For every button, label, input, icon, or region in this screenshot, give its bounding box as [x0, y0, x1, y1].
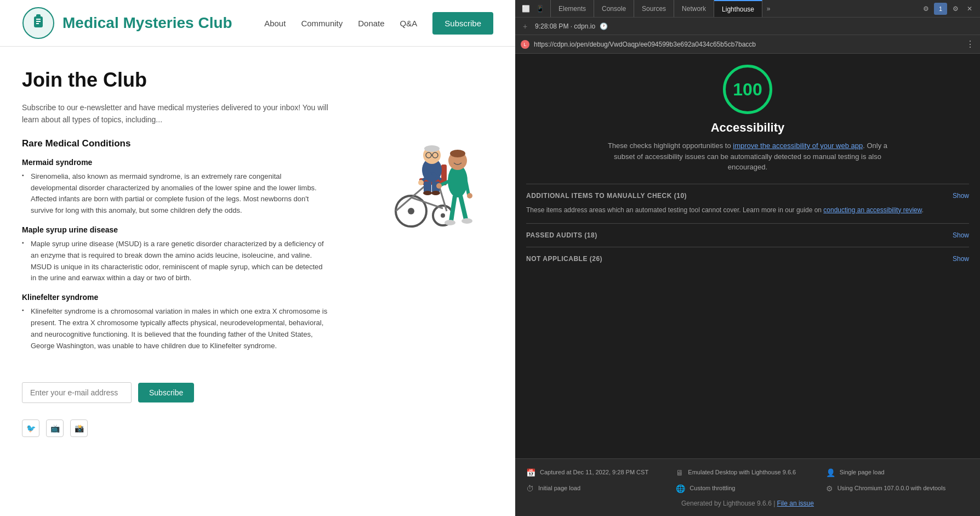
audit-section-body-1: These items address areas which an autom… [526, 205, 969, 216]
instagram-icon[interactable]: 📸 [70, 419, 88, 437]
svg-point-39 [461, 218, 472, 224]
svg-point-18 [424, 145, 440, 152]
svg-point-9 [441, 213, 445, 218]
audit-body-link-1[interactable]: conducting an accessibility review [823, 206, 921, 214]
nav-community[interactable]: Community [301, 19, 343, 28]
website-panel: Medical Mysteries Club About Community D… [0, 0, 515, 516]
timer-icon: ⏱ [526, 484, 534, 493]
score-description: These checks highlight opportunities to … [605, 140, 890, 173]
audit-section-na: NOT APPLICABLE (26) Show [526, 247, 969, 270]
footer-item-emulated: 🖥 Emulated Desktop with Lighthouse 9.6.6 [676, 468, 819, 477]
audit-section-show-2[interactable]: Show [953, 231, 969, 239]
inspect-icon[interactable]: ⬜ [520, 3, 532, 15]
score-number: 100 [733, 80, 762, 100]
audit-section-header-1[interactable]: ADDITIONAL ITEMS TO MANUALLY CHECK (10) … [526, 192, 969, 200]
email-section: Subscribe [0, 371, 515, 414]
devtools-tabs-bar: ⬜ 📱 Elements Console Sources Network Lig… [515, 0, 980, 18]
clock-icon: 🕐 [600, 22, 608, 30]
svg-point-7 [408, 208, 414, 214]
nav: Medical Mysteries Club About Community D… [0, 0, 515, 47]
condition-desc-3: Klinefelter syndrome is a chromosomal va… [22, 306, 329, 351]
nav-qa[interactable]: Q&A [400, 19, 418, 28]
audit-section-label-3: NOT APPLICABLE (26) [526, 255, 602, 263]
audit-section-passed: PASSED AUDITS (18) Show [526, 223, 969, 247]
condition-item: Mermaid syndrome Sirenomelia, also known… [22, 158, 329, 217]
nav-about[interactable]: About [264, 19, 286, 28]
tab-lighthouse[interactable]: Lighthouse [714, 0, 762, 17]
address-text: https://cdpn.io/pen/debug/VwdOaqp/ee0945… [534, 41, 961, 48]
nav-donate[interactable]: Donate [358, 19, 384, 28]
back-button[interactable]: + [520, 21, 531, 32]
left-content: Join the Club Subscribe to our e-newslet… [22, 69, 329, 360]
score-circle: 100 [723, 65, 772, 114]
svg-point-24 [418, 180, 424, 185]
devtools-url-bar: + 9:28:08 PM · cdpn.io 🕐 [515, 18, 980, 35]
file-issue-link[interactable]: File an issue [777, 500, 814, 507]
audit-section-label-2: PASSED AUDITS (18) [526, 231, 597, 239]
address-more-button[interactable]: ⋮ [966, 39, 975, 49]
score-section: 100 Accessibility These checks highlight… [526, 65, 969, 173]
lighthouse-content: 100 Accessibility These checks highlight… [515, 54, 980, 458]
svg-rect-4 [36, 21, 41, 22]
url-time-display: 9:28:08 PM · cdpn.io [535, 22, 595, 30]
audit-sections: ADDITIONAL ITEMS TO MANUALLY CHECK (10) … [526, 184, 969, 270]
footer-generated-text: Generated by Lighthouse 9.6.6 | [681, 500, 777, 507]
svg-rect-2 [36, 14, 41, 19]
footer-item-chromium: ⚙ Using Chromium 107.0.0.0 with devtools [826, 484, 969, 493]
more-tabs-button[interactable]: » [762, 5, 775, 13]
audit-section-header-2[interactable]: PASSED AUDITS (18) Show [526, 231, 969, 239]
audit-section-manual: ADDITIONAL ITEMS TO MANUALLY CHECK (10) … [526, 184, 969, 223]
email-input[interactable] [22, 382, 132, 403]
favicon-icon: L [521, 40, 529, 49]
audit-section-header-3[interactable]: NOT APPLICABLE (26) Show [526, 255, 969, 263]
condition-desc-1: Sirenomelia, also known as mermaid syndr… [22, 171, 329, 217]
customize-icon[interactable]: ⚙ [949, 3, 961, 15]
calendar-icon: 📅 [526, 468, 535, 477]
nav-links: About Community Donate Q&A Subscribe [264, 12, 493, 35]
svg-rect-3 [36, 19, 41, 20]
audit-body-suffix-1: . [922, 206, 924, 214]
audit-section-show-1[interactable]: Show [953, 192, 969, 200]
tab-elements[interactable]: Elements [551, 0, 594, 17]
tab-sources[interactable]: Sources [634, 0, 674, 17]
logo-icon [22, 7, 55, 39]
desktop-icon: 🖥 [676, 468, 683, 477]
device-icon[interactable]: 📱 [534, 3, 546, 15]
score-desc-link[interactable]: improve the accessibility of your web ap… [733, 141, 863, 150]
devtools-panel: ⬜ 📱 Elements Console Sources Network Lig… [515, 0, 980, 516]
svg-line-37 [460, 196, 466, 219]
email-subscribe-button[interactable]: Subscribe [138, 383, 194, 402]
condition-item: Maple syrup urine disease Maple syrup ur… [22, 225, 329, 284]
twitch-icon[interactable]: 📺 [46, 419, 64, 437]
svg-point-28 [431, 191, 440, 195]
page-heading: Join the Club [22, 69, 329, 92]
audit-section-label-1: ADDITIONAL ITEMS TO MANUALLY CHECK (10) [526, 192, 687, 200]
footer-emulated-text: Emulated Desktop with Lighthouse 9.6.6 [688, 468, 796, 477]
network-icon: 🌐 [676, 484, 685, 493]
footer-item-throttling: 🌐 Custom throttling [676, 484, 819, 493]
svg-point-35 [467, 193, 472, 199]
gear-icon: ⚙ [826, 484, 833, 493]
devtools-tab-list: Elements Console Sources Network Lightho… [551, 0, 762, 17]
page-description: Subscribe to our e-newsletter and have m… [22, 101, 329, 126]
svg-point-27 [423, 191, 432, 195]
devtools-address-bar: L https://cdpn.io/pen/debug/VwdOaqp/ee09… [515, 35, 980, 54]
illustration-icon [351, 80, 482, 233]
audit-section-show-3[interactable]: Show [953, 255, 969, 263]
tab-network[interactable]: Network [674, 0, 714, 17]
condition-name-1: Mermaid syndrome [22, 158, 329, 167]
illustration-container [340, 69, 493, 360]
devtools-right-icons: ⚙ 1 ⚙ ✕ [915, 3, 980, 15]
close-devtools-icon[interactable]: ✕ [964, 3, 976, 15]
twitter-icon[interactable]: 🐦 [22, 419, 39, 437]
footer-item-single-page: 👤 Single page load [826, 468, 969, 477]
condition-desc-2: Maple syrup urine disease (MSUD) is a ra… [22, 239, 329, 284]
tab-console[interactable]: Console [594, 0, 634, 17]
footer-generated: Generated by Lighthouse 9.6.6 | File an … [526, 500, 969, 507]
condition-name-2: Maple syrup urine disease [22, 225, 329, 234]
svg-point-31 [450, 150, 465, 157]
nav-subscribe-button[interactable]: Subscribe [432, 12, 493, 35]
settings-icon[interactable]: ⚙ [920, 3, 932, 15]
page-icon: 👤 [826, 468, 835, 477]
audit-body-text-1: These items address areas which an autom… [526, 206, 823, 214]
